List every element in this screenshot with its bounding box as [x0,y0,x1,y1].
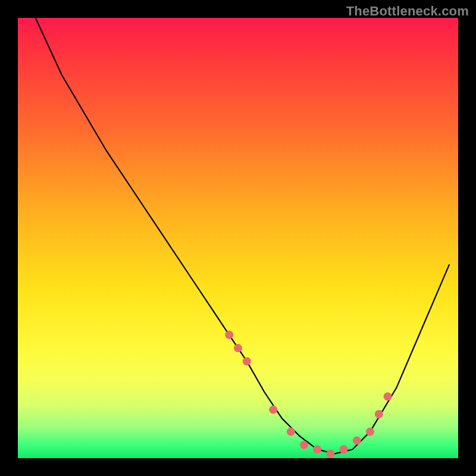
chart-stage: TheBottleneck.com [0,0,476,476]
marker-dot [300,441,308,449]
marker-group [225,331,392,458]
marker-dot [326,450,334,458]
marker-dot [287,428,295,436]
marker-dot [243,357,251,365]
chart-svg [18,18,458,458]
marker-dot [225,331,233,339]
marker-dot [313,445,321,453]
marker-dot [340,445,348,453]
attribution-text: TheBottleneck.com [346,4,469,19]
marker-dot [269,406,277,414]
marker-dot [234,344,242,352]
marker-dot [366,428,374,436]
marker-dot [353,436,361,444]
plot-area [18,18,458,458]
curve-path [36,18,450,454]
marker-dot [384,392,392,400]
marker-dot [375,410,383,418]
